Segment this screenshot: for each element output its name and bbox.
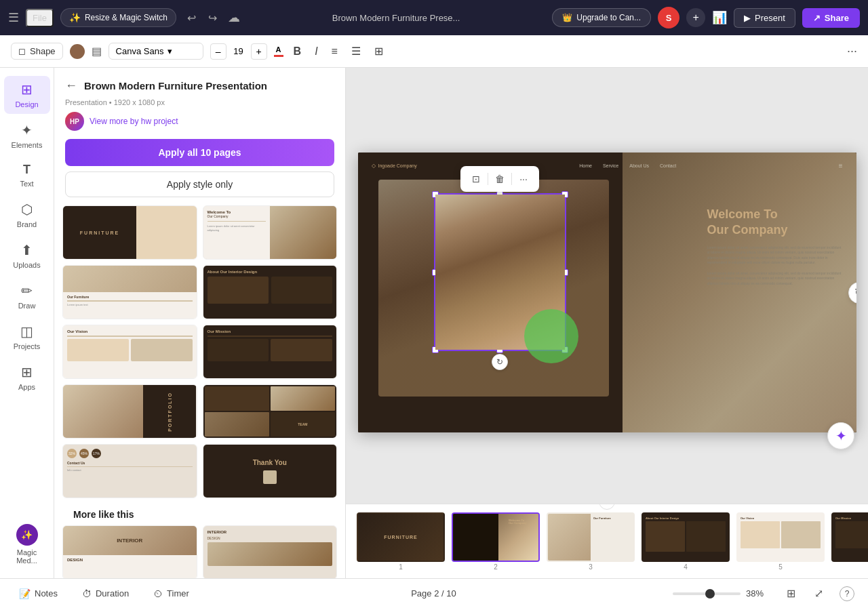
filmstrip-slide-3[interactable]: Our Furniture 3: [547, 512, 635, 571]
sidebar-item-projects[interactable]: ◫ Projects: [4, 318, 50, 356]
font-selector[interactable]: Canva Sans ▾: [108, 43, 203, 60]
template-thumb-4[interactable]: About Our Interior Design: [203, 265, 338, 319]
slide-nav-service: Service: [603, 163, 618, 168]
sidebar-item-elements[interactable]: ✦ Elements: [4, 117, 50, 155]
present-button[interactable]: ▶ Present: [734, 8, 795, 28]
upgrade-button[interactable]: 👑 Upgrade to Can...: [552, 8, 651, 27]
canvas-container[interactable]: ◇ Ingoade Company Home Service About Us …: [346, 68, 868, 504]
present-icon: ▶: [744, 13, 751, 23]
expand-button[interactable]: ⤢: [812, 584, 826, 603]
apply-style-button[interactable]: Apply style only: [65, 171, 334, 197]
cloud-save-icon: ☁: [228, 10, 240, 25]
more-options-button[interactable]: ···: [847, 44, 857, 58]
color-swatch[interactable]: [70, 44, 85, 59]
text-align-button[interactable]: ≡: [328, 43, 341, 60]
magic-icon: ✨: [69, 12, 81, 23]
timer-button[interactable]: ⏲ Timer: [148, 586, 195, 602]
shape-label: Shape: [30, 46, 56, 56]
apply-all-button[interactable]: Apply all 10 pages: [65, 139, 334, 166]
left-sidebar: ⊞ Design ✦ Elements T Text ⬡ Brand ⬆ Upl…: [0, 68, 54, 578]
template-thumb-10[interactable]: Thank You: [203, 444, 338, 498]
brand-icon: ⬡: [21, 201, 33, 218]
panel-title: Brown Modern Furniture Presentation: [84, 80, 267, 92]
filmstrip-slide-6[interactable]: Our Mission 6: [831, 512, 868, 571]
zoom-thumb[interactable]: [705, 589, 715, 599]
template-thumb-5[interactable]: Our Vision: [62, 325, 197, 379]
slide-background-image: [623, 153, 856, 432]
template-thumb-2[interactable]: Welcome To Our Company Lorem ipsum dolor…: [203, 205, 338, 260]
slide-number-2: 2: [452, 563, 540, 571]
filmstrip-slide-1[interactable]: FURNITURE 1: [357, 512, 445, 571]
slide-number-3: 3: [547, 563, 635, 571]
color-menu-icon[interactable]: ▤: [92, 45, 102, 58]
magic-assistant-button[interactable]: ✦: [827, 422, 854, 449]
sidebar-item-text[interactable]: T Text: [4, 157, 50, 193]
back-button[interactable]: ←: [65, 79, 77, 93]
sidebar-item-uploads[interactable]: ⬆ Uploads: [4, 237, 50, 275]
template-thumb-9[interactable]: 32% 45% 17% Contact Us Info contact: [62, 444, 197, 498]
frame-copy-button[interactable]: ⊡: [467, 170, 485, 188]
share-button[interactable]: ↗ Share: [802, 8, 860, 28]
template-thumb-3[interactable]: Our Furniture Lorem ipsum text: [62, 265, 197, 319]
help-button[interactable]: ?: [840, 586, 854, 601]
author-row: HP View more by hw project: [65, 112, 334, 131]
template-row-1: FURNITURE Welcome To Our Company Lorem i…: [62, 205, 337, 260]
filmstrip-slide-4[interactable]: About Our Interior Design 4: [642, 512, 730, 571]
italic-button[interactable]: I: [311, 43, 321, 60]
spacing-button[interactable]: ⊞: [371, 43, 387, 60]
zoom-control: 38%: [673, 588, 770, 599]
file-menu-button[interactable]: File: [26, 9, 54, 27]
template-thumb-1[interactable]: FURNITURE: [62, 205, 197, 260]
filmstrip-slide-2[interactable]: Welcome ToOur Company 2: [452, 512, 540, 571]
magic-switch-button[interactable]: ✨ Resize & Magic Switch: [60, 8, 176, 27]
sidebar-item-magic-media[interactable]: ✨ Magic Med...: [4, 519, 50, 570]
rotate-handle[interactable]: ↻: [492, 354, 508, 370]
format-bar: ◻ Shape ▤ Canva Sans ▾ – 19 + A B I ≡ ☰ …: [0, 35, 868, 68]
template-thumb-6[interactable]: Our Mission: [203, 325, 338, 379]
frame-more-button[interactable]: ···: [515, 170, 532, 188]
share-label: Share: [825, 13, 849, 23]
sidebar-item-apps[interactable]: ⊞ Apps: [4, 359, 50, 397]
template-thumb-8[interactable]: TEAM: [203, 384, 338, 439]
template-row-5: 32% 45% 17% Contact Us Info contact Than…: [62, 444, 337, 498]
list-button[interactable]: ☰: [348, 43, 364, 60]
template-thumb-more-2[interactable]: INTERIOR DESIGN: [203, 525, 338, 578]
author-link[interactable]: View more by hw project: [90, 117, 178, 126]
sidebar-item-design[interactable]: ⊞ Design: [4, 76, 50, 114]
shape-button[interactable]: ◻ Shape: [11, 43, 63, 60]
selected-frame[interactable]: ⊡ 🗑 ··· ↻: [434, 193, 566, 351]
undo-redo-group: ↩ ↪: [183, 9, 221, 27]
document-title[interactable]: Brown Modern Furniture Prese...: [247, 13, 545, 23]
slide-logo: ◇ Ingoade Company: [372, 163, 417, 169]
redo-button[interactable]: ↪: [204, 9, 221, 27]
slide-title: Welcome To Our Company: [707, 207, 843, 239]
analytics-icon[interactable]: 📊: [712, 10, 727, 25]
avatar[interactable]: S: [658, 7, 679, 28]
panel-subtitle: Presentation • 1920 x 1080 px: [65, 98, 334, 106]
undo-button[interactable]: ↩: [183, 9, 200, 27]
templates-grid: FURNITURE Welcome To Our Company Lorem i…: [54, 205, 345, 578]
notes-button[interactable]: 📝 Notes: [14, 586, 63, 602]
magic-media-avatar: ✨: [16, 524, 38, 546]
frame-delete-button[interactable]: 🗑: [491, 170, 509, 188]
sidebar-item-elements-label: Elements: [12, 141, 43, 149]
bold-button[interactable]: B: [290, 43, 305, 60]
add-collaborator-button[interactable]: +: [686, 8, 705, 27]
timer-icon: ⏲: [153, 588, 163, 599]
share-icon: ↗: [813, 13, 821, 23]
template-thumb-more-1[interactable]: INTERIOR DESIGN: [62, 525, 197, 578]
template-thumb-7[interactable]: PORTFOLIO: [62, 384, 197, 439]
projects-icon: ◫: [20, 323, 33, 340]
sidebar-item-draw[interactable]: ✏ Draw: [4, 277, 50, 315]
font-size-increase[interactable]: +: [251, 43, 267, 60]
collapse-filmstrip-button[interactable]: ▼: [599, 504, 615, 510]
duration-button[interactable]: ⏱ Duration: [77, 586, 134, 602]
sidebar-item-brand[interactable]: ⬡ Brand: [4, 196, 50, 234]
font-dropdown-icon: ▾: [167, 46, 172, 56]
zoom-slider[interactable]: [673, 592, 741, 595]
text-color-picker[interactable]: A: [274, 45, 283, 57]
hamburger-icon[interactable]: ☰: [8, 10, 19, 25]
grid-view-button[interactable]: ⊞: [784, 584, 798, 603]
filmstrip-slide-5[interactable]: Our Vision 5: [736, 512, 825, 571]
font-size-decrease[interactable]: –: [210, 43, 226, 60]
